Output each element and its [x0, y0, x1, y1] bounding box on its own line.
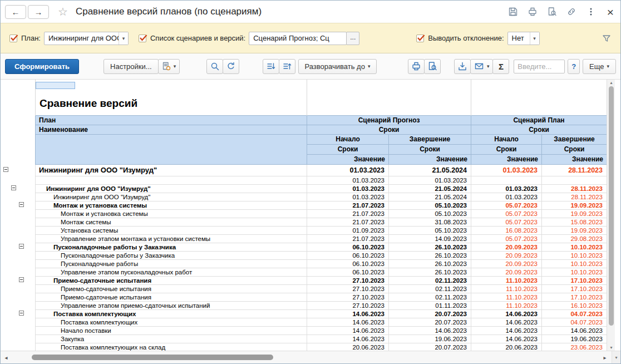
vertical-scrollbar[interactable]: ▴ ▾: [607, 80, 615, 351]
close-button[interactable]: ×: [607, 6, 614, 18]
row-value-cell[interactable]: 01.09.2023: [307, 226, 389, 234]
row-value-cell[interactable]: 27.10.2023: [307, 284, 389, 293]
row-value-cell[interactable]: 14.06.2023: [542, 326, 607, 335]
header-terms[interactable]: Сроки: [471, 125, 607, 134]
sum-button[interactable]: Σ: [492, 59, 509, 74]
row-value-cell[interactable]: 19.06.2023: [542, 335, 607, 343]
row-value-cell[interactable]: 28.11.2023: [542, 164, 607, 176]
row-value-cell[interactable]: 20.06.2023: [471, 343, 542, 351]
row-value-cell[interactable]: 14.06.2023: [471, 326, 542, 335]
header-scenario-forecast[interactable]: Сценарий Прогноз: [307, 115, 471, 125]
vertical-scrollbar-thumb[interactable]: [609, 86, 614, 326]
collapse-group-button[interactable]: [19, 244, 24, 249]
row-value-cell[interactable]: 02.11.2023: [389, 284, 471, 293]
row-value-cell[interactable]: 21.07.2023: [307, 201, 389, 209]
row-name-cell[interactable]: Инжиниринг для ООО "Изумруд": [36, 184, 307, 193]
row-value-cell[interactable]: 27.10.2023: [307, 293, 389, 301]
row-name-cell[interactable]: Закупка: [36, 335, 307, 343]
refresh-button[interactable]: [223, 59, 239, 74]
row-value-cell[interactable]: 14.06.2023: [307, 318, 389, 326]
header-terms[interactable]: Сроки: [307, 125, 471, 134]
row-value-cell[interactable]: 05.07.2023: [471, 218, 542, 226]
report-variant-button[interactable]: ▾: [158, 59, 180, 74]
find-button[interactable]: [206, 59, 223, 74]
filter-settings-button[interactable]: [602, 33, 612, 43]
row-name-cell[interactable]: Управление этапом пусконаладочных работ: [36, 268, 307, 276]
header-end[interactable]: Завершение: [389, 134, 471, 144]
spreadsheet[interactable]: Сравнение версий План Сценарий Прогноз С…: [35, 80, 607, 351]
row-value-cell[interactable]: 20.06.2023: [307, 343, 389, 351]
header-value[interactable]: Значение: [389, 154, 471, 164]
row-name-cell[interactable]: Приемо-сдаточные испытания: [36, 293, 307, 301]
row-value-cell[interactable]: 10.10.2023: [542, 259, 607, 268]
collapse-group-button[interactable]: [19, 277, 24, 282]
row-name-cell[interactable]: Управление этапом приемо-сдаточных испыт…: [36, 301, 307, 309]
row-name-cell[interactable]: Монтаж и установка системы: [36, 201, 307, 209]
row-value-cell[interactable]: 05.07.2023: [471, 209, 542, 218]
row-value-cell[interactable]: 04.07.2023: [542, 309, 607, 318]
row-value-cell[interactable]: 11.10.2023: [471, 301, 542, 309]
row-value-cell[interactable]: 01.03.2023: [307, 164, 389, 176]
save-button[interactable]: [507, 6, 519, 17]
row-name-cell[interactable]: Монтаж системы: [36, 218, 307, 226]
row-value-cell[interactable]: 01.03.2023: [389, 176, 471, 184]
collapse-group-button[interactable]: [19, 311, 24, 316]
row-value-cell[interactable]: 01.03.2023: [307, 193, 389, 201]
row-value-cell[interactable]: 02.11.2023: [389, 293, 471, 301]
row-value-cell[interactable]: 20.09.2023: [471, 268, 542, 276]
collapse-groups-button[interactable]: [263, 59, 279, 74]
row-value-cell[interactable]: 16.10.2023: [542, 301, 607, 309]
row-value-cell[interactable]: 17.10.2023: [542, 293, 607, 301]
row-name-cell[interactable]: Управление этапом монтажа и установки си…: [36, 234, 307, 243]
header-start[interactable]: Начало: [307, 134, 389, 144]
row-value-cell[interactable]: 05.10.2023: [389, 209, 471, 218]
row-value-cell[interactable]: 20.07.2023: [389, 343, 471, 351]
row-value-cell[interactable]: 06.10.2023: [307, 243, 389, 251]
row-value-cell[interactable]: 19.09.2023: [542, 209, 607, 218]
print-button[interactable]: [527, 6, 538, 17]
row-value-cell[interactable]: [471, 176, 542, 184]
row-value-cell[interactable]: 10.10.2023: [542, 268, 607, 276]
row-value-cell[interactable]: 16.08.2023: [471, 226, 542, 234]
row-value-cell[interactable]: 20.09.2023: [471, 243, 542, 251]
row-name-cell[interactable]: Приемо-сдаточные испытания: [36, 284, 307, 293]
row-name-cell[interactable]: Приемо-сдаточные испытания: [36, 276, 307, 284]
row-name-cell[interactable]: Инжиниринг для ООО "Изумруд": [36, 164, 307, 176]
header-value[interactable]: Значение: [542, 154, 607, 164]
row-value-cell[interactable]: 11.10.2023: [471, 276, 542, 284]
scrollbar-corner[interactable]: ▾: [612, 351, 620, 363]
row-name-cell[interactable]: [36, 176, 307, 184]
print-report-button[interactable]: [408, 59, 425, 74]
row-value-cell[interactable]: 10.10.2023: [542, 243, 607, 251]
row-value-cell[interactable]: 06.10.2023: [307, 268, 389, 276]
row-value-cell[interactable]: 01.03.2023: [307, 176, 389, 184]
row-value-cell[interactable]: 11.10.2023: [471, 293, 542, 301]
chevron-down-icon[interactable]: ▾: [119, 32, 128, 45]
row-value-cell[interactable]: 21.07.2023: [307, 218, 389, 226]
deviation-combobox[interactable]: Нет ▾: [507, 32, 540, 45]
row-value-cell[interactable]: 26.10.2023: [389, 259, 471, 268]
row-value-cell[interactable]: 21.05.2024: [389, 193, 471, 201]
help-button[interactable]: ?: [568, 59, 580, 74]
header-value[interactable]: Значение: [471, 154, 542, 164]
row-value-cell[interactable]: 06.10.2023: [307, 259, 389, 268]
expand-to-button[interactable]: Разворачивать до ▾: [298, 59, 377, 74]
back-button[interactable]: ←: [5, 5, 26, 19]
row-value-cell[interactable]: 20.09.2023: [471, 259, 542, 268]
header-end[interactable]: Завершение: [542, 134, 607, 144]
row-value-cell[interactable]: 26.10.2023: [389, 243, 471, 251]
header-plan[interactable]: План: [36, 115, 307, 125]
row-value-cell[interactable]: 01.03.2023: [471, 184, 542, 193]
header-terms[interactable]: Сроки: [471, 144, 542, 154]
header-terms[interactable]: Сроки: [542, 144, 607, 154]
header-start[interactable]: Начало: [471, 134, 542, 144]
header-terms[interactable]: Сроки: [389, 144, 471, 154]
row-value-cell[interactable]: 14.09.2023: [389, 234, 471, 243]
row-value-cell[interactable]: 01.03.2023: [471, 164, 542, 176]
row-name-cell[interactable]: Монтаж и установка системы: [36, 209, 307, 218]
row-value-cell[interactable]: 01.03.2023: [307, 184, 389, 193]
row-value-cell[interactable]: 05.10.2023: [389, 201, 471, 209]
row-value-cell[interactable]: 26.10.2023: [389, 268, 471, 276]
row-value-cell[interactable]: 21.05.2024: [389, 184, 471, 193]
row-value-cell[interactable]: 19.06.2023: [389, 335, 471, 343]
